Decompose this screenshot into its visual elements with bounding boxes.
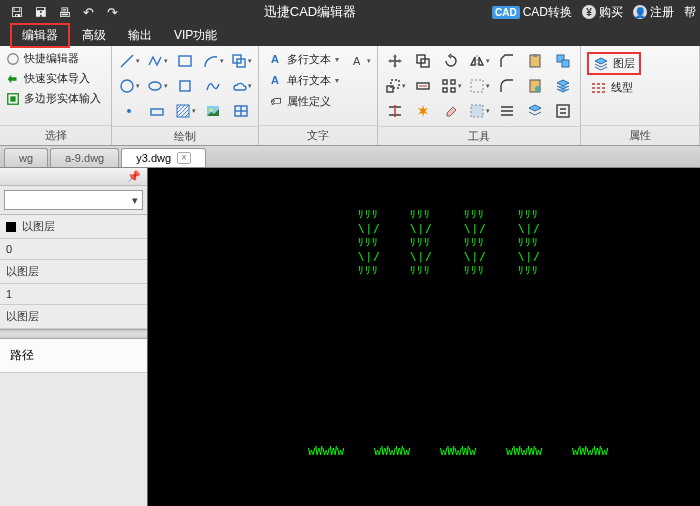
svg-rect-24 — [443, 80, 447, 84]
workspace: 📌 ▾ 以图层 0 以图层 1 以图层 路径 ﾘﾘﾘ \|/ ﾘﾘﾘ \|/ ﾘ… — [0, 168, 700, 506]
grass-block: wWwWw — [308, 444, 344, 458]
region-tool-icon[interactable] — [146, 100, 168, 122]
svg-line-3 — [121, 55, 133, 67]
move-tool-icon[interactable] — [384, 50, 406, 72]
scale-tool-icon[interactable] — [384, 75, 406, 97]
svg-point-6 — [149, 82, 161, 90]
save-icon[interactable]: 🖫 — [8, 4, 24, 20]
grass-block: wWwWw — [374, 444, 410, 458]
polyline-tool-icon[interactable] — [146, 50, 168, 72]
svg-point-5 — [127, 109, 131, 113]
doc-tab-1[interactable]: a-9.dwg — [50, 148, 119, 167]
spline-tool-icon[interactable] — [202, 75, 224, 97]
rect-tool-icon[interactable] — [174, 50, 196, 72]
svg-rect-25 — [451, 80, 455, 84]
doc-tab-0[interactable]: wg — [4, 148, 48, 167]
ribbon-label-draw: 绘制 — [112, 126, 258, 146]
linetype-button[interactable]: 线型 — [587, 78, 641, 97]
layers-icon — [593, 57, 609, 71]
grass-block: wWwWw — [440, 444, 476, 458]
explode-tool-icon[interactable] — [412, 100, 434, 122]
square-tool-icon[interactable] — [174, 75, 196, 97]
menu-vip[interactable]: VIP功能 — [164, 25, 227, 46]
select-all-tool-icon[interactable] — [468, 100, 490, 122]
cloud-tool-icon[interactable] — [230, 75, 252, 97]
properties-tool-icon[interactable] — [552, 100, 574, 122]
polygon-import-button[interactable]: 多边形实体输入 — [6, 90, 101, 107]
svg-rect-35 — [562, 60, 569, 67]
list-item[interactable]: 0 — [0, 239, 147, 260]
copy-tool-icon[interactable] — [412, 50, 434, 72]
menu-output[interactable]: 输出 — [118, 25, 162, 46]
grass-block: wWwWw — [572, 444, 608, 458]
vegetation-block: ﾘﾘﾘ \|/ ﾘﾘﾘ \|/ ﾘﾘﾘ — [410, 208, 433, 278]
array-tool-icon[interactable] — [440, 75, 462, 97]
image-tool-icon[interactable] — [202, 100, 224, 122]
quick-import-button[interactable]: 快速实体导入 — [6, 70, 101, 87]
select-rect-tool-icon[interactable] — [468, 75, 490, 97]
ribbon-group-tools: 工具 — [378, 46, 581, 145]
path-label: 路径 — [0, 339, 147, 373]
paste-special-tool-icon[interactable] — [524, 75, 546, 97]
list-item[interactable]: 以图层 — [0, 260, 147, 284]
offset-tool-icon[interactable] — [496, 100, 518, 122]
close-icon[interactable]: × — [177, 152, 191, 164]
save-as-icon[interactable]: 🖬 — [32, 4, 48, 20]
svg-rect-36 — [557, 105, 569, 117]
paste-tool-icon[interactable] — [524, 50, 546, 72]
buy-button[interactable]: ¥购买 — [582, 4, 623, 21]
mirror-tool-icon[interactable] — [468, 50, 490, 72]
ribbon-group-text: A多行文本▾ A单行文本▾ 🏷属性定义 A 文字 — [259, 46, 378, 145]
stretch-tool-icon[interactable] — [412, 75, 434, 97]
attrdef-button[interactable]: 🏷属性定义 — [265, 92, 341, 110]
help-button[interactable]: 帮 — [684, 4, 696, 21]
list-item[interactable]: 1 — [0, 284, 147, 305]
doc-tab-2[interactable]: y3.dwg× — [121, 148, 206, 167]
panel-splitter[interactable] — [0, 329, 147, 339]
layer-button[interactable]: 图层 — [587, 52, 641, 75]
print-icon[interactable]: 🖶 — [56, 4, 72, 20]
menu-advanced[interactable]: 高级 — [72, 25, 116, 46]
svg-rect-2 — [10, 96, 15, 101]
arc-tool-icon[interactable] — [202, 50, 224, 72]
svg-text:A: A — [353, 55, 361, 67]
redo-icon[interactable]: ↷ — [104, 4, 120, 20]
block-tool-icon[interactable] — [552, 50, 574, 72]
svg-rect-26 — [443, 88, 447, 92]
drawing-canvas[interactable]: ﾘﾘﾘ \|/ ﾘﾘﾘ \|/ ﾘﾘﾘ ﾘﾘﾘ \|/ ﾘﾘﾘ \|/ ﾘﾘﾘ … — [148, 168, 700, 506]
circle-tool-icon[interactable] — [118, 75, 140, 97]
list-item[interactable]: 以图层 — [0, 305, 147, 329]
ribbon-group-draw: 绘制 — [112, 46, 259, 145]
point-tool-icon[interactable] — [118, 100, 140, 122]
menu-editor[interactable]: 编辑器 — [10, 23, 70, 48]
insert-tool-icon[interactable] — [230, 50, 252, 72]
quick-editor-button[interactable]: 快捷编辑器 — [6, 50, 101, 67]
ribbon-group-attr: 图层 线型 属性 — [581, 46, 700, 145]
svg-point-33 — [535, 86, 541, 92]
pin-icon[interactable]: 📌 — [127, 170, 141, 183]
grass-block: wWwWw — [506, 444, 542, 458]
multiline-text-button[interactable]: A多行文本▾ — [265, 50, 341, 68]
ribbon-label-attr: 属性 — [581, 125, 699, 145]
cad-convert-button[interactable]: CADCAD转换 — [492, 4, 572, 21]
erase-tool-icon[interactable] — [440, 100, 462, 122]
chamfer-tool-icon[interactable] — [496, 50, 518, 72]
table-tool-icon[interactable] — [230, 100, 252, 122]
linetype-icon — [591, 81, 607, 95]
panel-dropdown[interactable]: ▾ — [4, 190, 143, 210]
undo-icon[interactable]: ↶ — [80, 4, 96, 20]
svg-rect-19 — [387, 86, 393, 92]
layer-manage-icon[interactable] — [524, 100, 546, 122]
line-tool-icon[interactable] — [118, 50, 140, 72]
rotate-tool-icon[interactable] — [440, 50, 462, 72]
text-style-icon[interactable]: A — [349, 50, 371, 72]
singleline-text-button[interactable]: A单行文本▾ — [265, 71, 341, 89]
hatch-tool-icon[interactable] — [174, 100, 196, 122]
fillet-tool-icon[interactable] — [496, 75, 518, 97]
register-button[interactable]: 👤注册 — [633, 4, 674, 21]
list-item[interactable]: 以图层 — [0, 215, 147, 239]
trim-tool-icon[interactable] — [384, 100, 406, 122]
ellipse-tool-icon[interactable] — [146, 75, 168, 97]
layer-tool-icon[interactable] — [552, 75, 574, 97]
svg-rect-27 — [451, 88, 455, 92]
